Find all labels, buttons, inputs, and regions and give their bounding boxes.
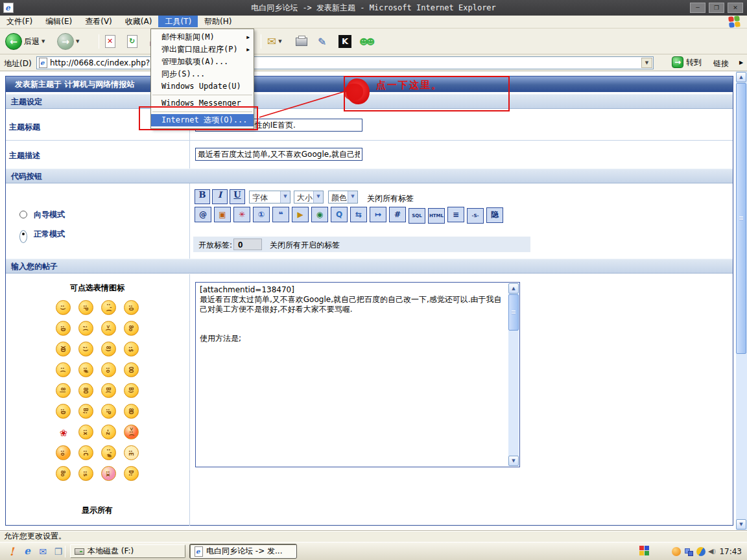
hide-icon[interactable]: 隐: [486, 207, 503, 223]
window-titlebar[interactable]: e 电白同乡论坛 -> 发表新主题 - Microsoft Internet E…: [0, 0, 747, 16]
emoticon[interactable]: :o: [56, 445, 71, 460]
tools-menu-item[interactable]: 弹出窗口阻止程序(P)▶: [151, 43, 254, 56]
code-icon[interactable]: #: [389, 207, 406, 222]
underline-button[interactable]: U: [230, 189, 245, 204]
forward-dropdown-icon[interactable]: ▼: [76, 39, 79, 44]
export-icon[interactable]: ↦: [370, 207, 386, 222]
scroll-up-icon[interactable]: ▲: [508, 283, 519, 294]
emoticon[interactable]: :D: [56, 404, 71, 419]
emoticon[interactable]: :O: [124, 300, 139, 315]
emoticon[interactable]: 8O: [78, 383, 93, 398]
size-select[interactable]: 大小▼: [294, 191, 324, 204]
emoticon[interactable]: 8D: [124, 404, 139, 419]
emoticon[interactable]: :D: [56, 321, 71, 336]
tools-menu-item[interactable]: Windows Update(U): [151, 80, 254, 93]
emoticon[interactable]: 8o: [124, 321, 139, 336]
links-label[interactable]: 链接: [713, 58, 729, 69]
normal-mode-radio[interactable]: [19, 230, 27, 243]
scroll-thumb[interactable]: [736, 83, 746, 354]
strike-icon[interactable]: -S-: [467, 208, 484, 224]
swap-icon[interactable]: ⇆: [350, 207, 367, 222]
show-all-link[interactable]: 显示所有: [5, 505, 189, 516]
back-dropdown-icon[interactable]: ▼: [42, 39, 45, 44]
image-icon[interactable]: ▣: [214, 207, 231, 222]
quicklaunch-ie-icon[interactable]: e: [21, 545, 34, 558]
open-tags-input[interactable]: [233, 239, 262, 250]
page-scrollbar[interactable]: ▲ ▼: [736, 71, 747, 530]
sql-icon[interactable]: SQL: [409, 208, 425, 224]
go-button[interactable]: → 转到: [672, 56, 702, 68]
quicklaunch-show-desktop-icon[interactable]: ❐: [52, 545, 65, 558]
numbered-icon[interactable]: ①: [253, 207, 270, 222]
emoticon[interactable]: :P: [101, 404, 116, 419]
quicktime-icon[interactable]: Q: [331, 207, 348, 222]
wmp-icon[interactable]: ◉: [311, 207, 328, 222]
menubar-item[interactable]: 编辑(E): [39, 16, 78, 27]
emoticon[interactable]: D:: [124, 466, 139, 481]
tools-menu-item[interactable]: 同步(S)...: [151, 68, 254, 80]
color-select[interactable]: 颜色▼: [328, 191, 358, 204]
emoticon[interactable]: :s: [78, 466, 93, 481]
emoticon[interactable]: ;(: [78, 321, 93, 336]
taskbar-button-forum[interactable]: e 电白同乡论坛 -> 发...: [190, 544, 296, 558]
wizard-mode-radio[interactable]: [19, 211, 27, 218]
minimize-button[interactable]: ─: [690, 3, 706, 13]
emoticon[interactable]: OO: [124, 362, 139, 377]
emoticon[interactable]: ❀: [56, 425, 71, 439]
scroll-thumb[interactable]: [508, 294, 519, 331]
emoticon[interactable]: :o: [101, 362, 116, 377]
menubar-item[interactable]: 收藏(A): [119, 16, 159, 27]
emoticon[interactable]: XD: [56, 342, 71, 356]
tray-swirl-icon[interactable]: [696, 547, 706, 556]
scroll-up-icon[interactable]: ▲: [736, 72, 746, 82]
print-button[interactable]: [296, 32, 307, 51]
emoticon[interactable]: 8|: [56, 383, 71, 398]
emoticon[interactable]: :x: [101, 466, 116, 481]
quote-icon[interactable]: ❝: [272, 207, 289, 222]
media-icon[interactable]: ▶: [292, 207, 309, 222]
edit-button[interactable]: ✎: [318, 32, 326, 51]
tools-menu-item[interactable]: 邮件和新闻(M)▶: [151, 31, 254, 43]
taskbar-button-local-disk[interactable]: 本地磁盘 (F:): [70, 544, 185, 558]
emoticon[interactable]: :#: [78, 362, 93, 377]
emoticon[interactable]: :P: [78, 300, 93, 315]
html-icon[interactable]: HTML: [428, 208, 445, 224]
k-program-button[interactable]: K: [338, 32, 351, 51]
emoticon[interactable]: B;: [78, 404, 93, 419]
back-button[interactable]: ← 后退 ▼: [5, 32, 45, 51]
post-textarea[interactable]: [attachmentid=138470] 最近看百度太过简单,又不喜欢Goog…: [195, 282, 520, 467]
menubar-item[interactable]: 查看(V): [78, 16, 119, 27]
url-icon[interactable]: @: [195, 207, 211, 222]
forward-button[interactable]: → ▼: [57, 32, 79, 51]
emoticon[interactable]: >(: [101, 321, 116, 336]
scroll-down-icon[interactable]: ▼: [736, 519, 746, 530]
bold-button[interactable]: B: [195, 189, 210, 204]
list-icon[interactable]: ≡: [447, 207, 464, 222]
tools-menu-item[interactable]: 管理加载项(A)...: [151, 56, 254, 68]
menubar-item[interactable]: 工具(T): [158, 16, 198, 27]
italic-button[interactable]: I: [212, 189, 228, 204]
address-input[interactable]: e http://0668.cc/index.php? ▼: [36, 56, 654, 69]
restore-button[interactable]: ❐: [709, 3, 724, 13]
emoticon[interactable]: :'(: [101, 300, 116, 315]
emoticon[interactable]: -z: [101, 425, 116, 439]
emoticon[interactable]: :'#: [101, 445, 116, 460]
emoticon[interactable]: :$: [124, 342, 139, 356]
emoticon[interactable]: :E: [124, 445, 139, 460]
emoticon[interactable]: :x: [78, 425, 93, 439]
quicklaunch-mail-icon[interactable]: ✉: [36, 545, 49, 558]
emoticon[interactable]: >:(: [124, 425, 139, 439]
emoticon[interactable]: B): [124, 383, 139, 398]
address-dropdown-icon[interactable]: ▼: [641, 58, 652, 68]
stop-button[interactable]: ✕: [105, 32, 115, 51]
close-all-tags-label[interactable]: 关闭所有标签: [367, 193, 414, 204]
menubar-item[interactable]: 帮助(H): [198, 16, 238, 27]
emoticon[interactable]: B(: [101, 383, 116, 398]
refresh-button[interactable]: ↻: [127, 32, 137, 51]
emoticon[interactable]: 8o: [56, 466, 71, 481]
links-arrow-icon[interactable]: ▶: [739, 60, 743, 65]
tray-volume-icon[interactable]: ◀): [708, 547, 716, 555]
language-bar-icon[interactable]: [639, 546, 650, 557]
textarea-scrollbar[interactable]: ▲ ▼: [508, 283, 519, 466]
quicklaunch-lightning-icon[interactable]: !: [5, 545, 18, 558]
